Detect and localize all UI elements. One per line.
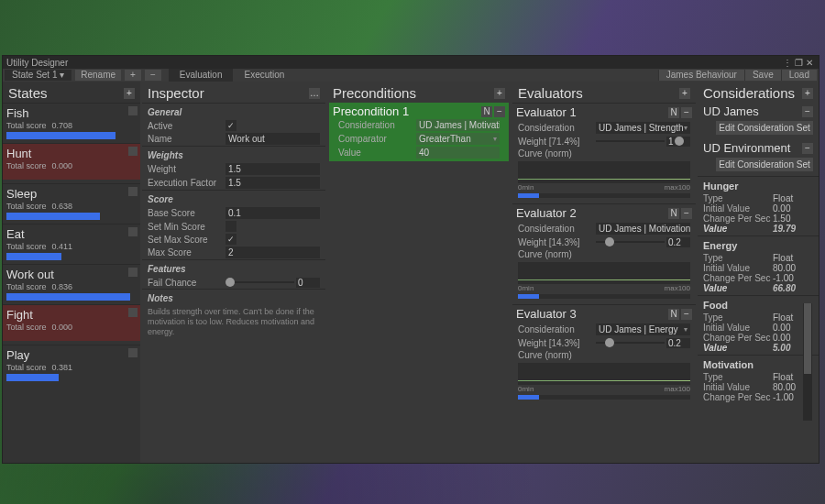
prop-value: 80.00 [773, 263, 813, 273]
remove-consideration-group-button[interactable]: − [802, 143, 813, 154]
add-consideration-set-button[interactable]: + [802, 88, 813, 99]
prop-value: Float [773, 193, 813, 203]
state-options-button[interactable] [128, 227, 138, 236]
edit-consideration-set-button[interactable]: Edit Consideration Set [716, 158, 813, 171]
eval-weight-slider[interactable]: 1 [596, 136, 690, 147]
state-options-button[interactable] [128, 147, 138, 156]
state-score-bar [6, 253, 61, 260]
state-score-bar [6, 374, 59, 381]
consideration-group: UD James−Edit Consideration Set [698, 103, 819, 139]
pre-value-field[interactable]: 40 [416, 147, 500, 159]
state-name: Fight [6, 308, 137, 323]
precondition-n-toggle[interactable]: N [481, 106, 492, 117]
evaluator-n-toggle[interactable]: N [668, 208, 679, 219]
eval-weight-value[interactable]: 0.2 [666, 338, 690, 348]
state-options-button[interactable] [128, 187, 138, 196]
fail-chance-slider[interactable]: 0 [226, 277, 320, 288]
eval-curve-preview[interactable] [518, 262, 690, 284]
window-restore-icon[interactable]: ❐ [793, 58, 804, 68]
fail-chance-label: Fail Chance [148, 278, 226, 288]
remove-precondition-button[interactable]: − [494, 106, 505, 117]
state-options-button[interactable] [128, 348, 138, 357]
eval-weight-slider[interactable]: 0.2 [596, 236, 690, 247]
state-item-eat[interactable]: EatTotal score0.411 [3, 224, 140, 260]
state-set-dropdown[interactable]: State Set 1 ▾ [5, 70, 72, 81]
evaluator-n-toggle[interactable]: N [668, 309, 679, 320]
state-options-button[interactable] [128, 308, 138, 317]
eval-weight-slider[interactable]: 0.2 [596, 337, 690, 348]
prop-label: Initial Value [703, 382, 773, 392]
state-name: Fish [6, 106, 137, 121]
eval-consideration-label: Consideration [518, 224, 596, 234]
curve-max-label: max [665, 385, 678, 393]
tab-evaluation[interactable]: Evaluation [169, 69, 234, 82]
state-item-work-out[interactable]: Work outTotal score0.836 [3, 264, 140, 301]
state-score-value: 0.638 [52, 202, 73, 211]
window-close-icon[interactable]: ✕ [804, 58, 815, 68]
set-max-checkbox[interactable]: ✓ [226, 234, 236, 245]
notes-text[interactable]: Builds strength over time. Can't be done… [142, 305, 325, 343]
exec-factor-field[interactable]: 1.5 [226, 177, 320, 189]
base-score-field[interactable]: 0.1 [226, 207, 320, 219]
eval-consideration-dropdown[interactable]: UD James | Strength [596, 122, 690, 134]
pre-consideration-dropdown[interactable]: UD James | Motivation [416, 119, 500, 131]
eval-curve-preview[interactable] [518, 363, 690, 385]
consideration-group-name: UD James [703, 104, 759, 118]
state-score-label: Total score [6, 161, 47, 170]
evaluator-name: Evaluator 1 [516, 105, 577, 119]
state-item-fish[interactable]: FishTotal score0.708 [3, 103, 140, 139]
edit-consideration-set-button[interactable]: Edit Consideration Set [716, 121, 813, 135]
add-evaluator-button[interactable]: + [679, 88, 690, 99]
name-field[interactable]: Work out [226, 133, 320, 145]
remove-evaluator-button[interactable]: − [681, 208, 692, 219]
add-precondition-button[interactable]: + [494, 88, 505, 99]
remove-state-set-button[interactable]: − [145, 70, 161, 81]
section-weights: Weights [142, 146, 325, 162]
eval-curve-preview[interactable] [518, 161, 690, 183]
state-item-play[interactable]: PlayTotal score0.381 [3, 345, 140, 381]
active-checkbox[interactable]: ✓ [226, 120, 236, 131]
eval-weight-label: Weight [14.3%] [518, 237, 596, 247]
window-titlebar: Utility Designer ⋮ ❐ ✕ [3, 56, 819, 69]
pre-value-label: Value [338, 148, 416, 158]
rename-button[interactable]: Rename [75, 70, 121, 81]
prop-value: 0.00 [773, 203, 813, 214]
inspector-more-button[interactable]: … [309, 88, 320, 99]
section-features: Features [142, 259, 325, 276]
precondition-name: Precondition 1 [333, 104, 409, 118]
eval-consideration-dropdown[interactable]: UD James | Motivation [596, 223, 690, 235]
window-kebab-icon[interactable]: ⋮ [782, 58, 793, 68]
prop-label: Initial Value [703, 263, 773, 273]
remove-evaluator-button[interactable]: − [681, 309, 692, 320]
save-button[interactable]: Save [744, 70, 781, 81]
state-item-hunt[interactable]: HuntTotal score0.000 [3, 143, 140, 180]
precondition-item[interactable]: Precondition 1 N − Consideration UD Jame… [329, 103, 509, 161]
fail-chance-value[interactable]: 0 [296, 278, 320, 288]
evaluator-n-toggle[interactable]: N [668, 107, 679, 118]
remove-evaluator-button[interactable]: − [681, 107, 692, 118]
state-options-button[interactable] [128, 268, 138, 277]
eval-consideration-dropdown[interactable]: UD James | Energy [596, 323, 690, 335]
add-state-button[interactable]: + [124, 88, 135, 99]
considerations-scrollbar[interactable] [804, 303, 811, 374]
load-button[interactable]: Load [781, 70, 817, 81]
state-item-fight[interactable]: FightTotal score0.000 [3, 304, 140, 341]
pre-comparator-dropdown[interactable]: GreaterThan [416, 133, 500, 145]
max-score-field[interactable]: 2 [226, 247, 320, 258]
state-options-button[interactable] [128, 106, 138, 115]
prop-label: Value [703, 224, 773, 234]
set-min-checkbox[interactable] [226, 221, 236, 232]
tab-execution[interactable]: Execution [233, 69, 295, 82]
consideration-property: EnergyTypeFloatInitial Value80.00Change … [698, 236, 819, 295]
eval-weight-value[interactable]: 0.2 [666, 237, 690, 247]
weight-field[interactable]: 1.5 [226, 163, 320, 175]
prop-label: Type [703, 193, 773, 203]
add-state-set-button[interactable]: + [125, 70, 141, 81]
eval-consideration-label: Consideration [518, 324, 596, 334]
state-item-sleep[interactable]: SleepTotal score0.638 [3, 183, 140, 220]
remove-consideration-group-button[interactable]: − [802, 106, 813, 117]
state-score-label: Total score [6, 363, 47, 372]
context-dropdown[interactable]: James Behaviour [658, 70, 744, 81]
prop-value: 1.50 [773, 214, 813, 224]
consideration-property: FoodTypeFloatInitial Value0.00Change Per… [698, 295, 819, 355]
